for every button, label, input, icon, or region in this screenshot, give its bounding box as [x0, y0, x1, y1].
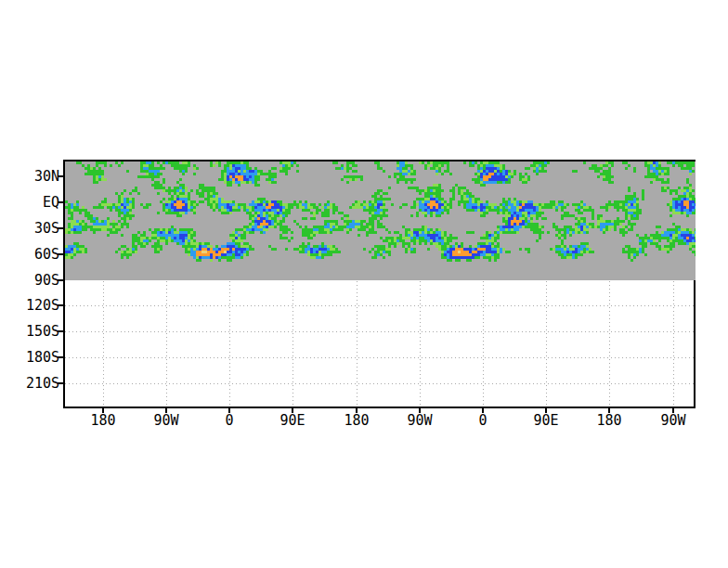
y-tick-label: 30S [0, 220, 59, 237]
x-tick-label: 180 [72, 412, 135, 429]
gridline-vertical [357, 281, 358, 406]
gridline-vertical [546, 281, 547, 406]
y-tick-label: 210S [0, 375, 59, 392]
x-tick-label: 90W [642, 412, 705, 429]
x-tick-label: 180 [325, 412, 388, 429]
x-tick-label: 90E [514, 412, 578, 429]
gridline-vertical [166, 281, 167, 406]
x-tick-label: 180 [578, 412, 641, 429]
gridline-vertical [229, 281, 230, 406]
gridline-horizontal [65, 357, 694, 358]
y-tick-label: 90S [0, 272, 59, 289]
gridline-horizontal [65, 331, 694, 332]
heatmap-field [65, 161, 696, 280]
gridline-vertical [420, 281, 421, 406]
grads-plot-page: 30NEQ30S60S90S120S150S180S210S18090W090E… [0, 0, 728, 568]
x-tick-label: 90W [388, 412, 451, 429]
y-tick-label: 120S [0, 297, 59, 314]
gridline-vertical [103, 281, 104, 406]
y-tick-label: 150S [0, 323, 59, 340]
y-tick-label: 180S [0, 349, 59, 366]
gridline-horizontal [65, 383, 694, 384]
gridline-vertical [292, 281, 293, 406]
gridline-vertical [609, 281, 610, 406]
y-tick-label: 30N [0, 168, 59, 185]
x-tick-label: 90E [261, 412, 324, 429]
x-tick-label: 90W [135, 412, 198, 429]
gridline-vertical [673, 281, 674, 406]
gridline-vertical [483, 281, 484, 406]
x-tick-label: 0 [451, 412, 514, 429]
y-tick-label: EQ [0, 194, 59, 211]
x-tick-label: 0 [198, 412, 261, 429]
y-tick-label: 60S [0, 246, 59, 263]
gridline-horizontal [65, 305, 694, 306]
